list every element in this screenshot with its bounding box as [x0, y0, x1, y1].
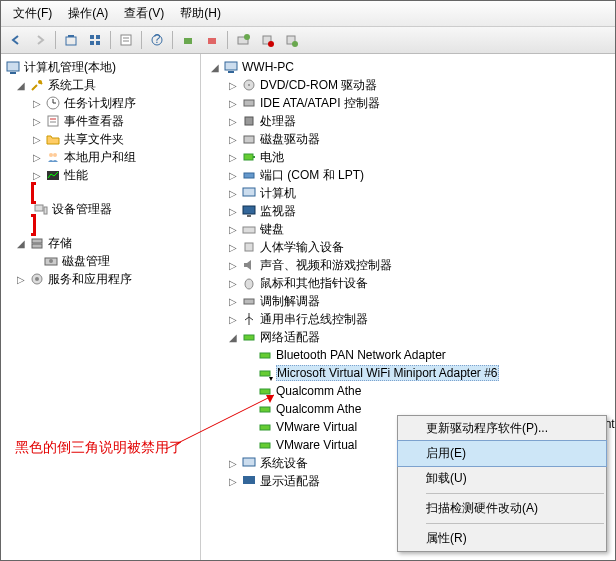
dev-disk[interactable]: ▷磁盘驱动器: [201, 130, 615, 148]
collapse-icon[interactable]: ◢: [15, 79, 27, 91]
ctx-props[interactable]: 属性(R): [398, 526, 606, 551]
tree-shared[interactable]: ▷共享文件夹: [1, 130, 200, 148]
expand-icon[interactable]: ▷: [15, 273, 27, 285]
hid-icon: [241, 239, 257, 255]
expand-icon[interactable]: ▷: [227, 259, 239, 271]
svg-rect-25: [48, 116, 58, 126]
dev-mouse[interactable]: ▷鼠标和其他指针设备: [201, 274, 615, 292]
tb-icon-2[interactable]: [201, 29, 223, 51]
menu-action[interactable]: 操作(A): [60, 3, 116, 24]
dev-keyboard[interactable]: ▷键盘: [201, 220, 615, 238]
expand-icon[interactable]: ▷: [227, 169, 239, 181]
tree-storage[interactable]: ◢存储: [1, 234, 200, 252]
collapse-icon[interactable]: ◢: [209, 61, 221, 73]
tree-devmgr[interactable]: 设备管理器: [31, 200, 194, 218]
expand-icon[interactable]: ▷: [31, 115, 43, 127]
scan-hardware-button[interactable]: [232, 29, 254, 51]
ctx-scan[interactable]: 扫描检测硬件改动(A): [398, 496, 606, 521]
dev-pc[interactable]: ◢WWH-PC: [201, 58, 615, 76]
expand-icon[interactable]: ▷: [31, 151, 43, 163]
expand-icon[interactable]: ▷: [227, 97, 239, 109]
tree-users[interactable]: ▷本地用户和组: [1, 148, 200, 166]
expand-icon[interactable]: ▷: [227, 475, 239, 487]
expand-icon[interactable]: ▷: [227, 187, 239, 199]
dev-ide[interactable]: ▷IDE ATA/ATAPI 控制器: [201, 94, 615, 112]
tb-icon-4[interactable]: [256, 29, 278, 51]
expand-icon[interactable]: ▷: [227, 205, 239, 217]
svg-point-21: [38, 80, 42, 84]
dev-computer[interactable]: ▷计算机: [201, 184, 615, 202]
expand-icon[interactable]: ▷: [227, 151, 239, 163]
svg-rect-57: [260, 353, 270, 358]
svg-rect-11: [184, 38, 192, 44]
menu-view[interactable]: 查看(V): [116, 3, 172, 24]
tree-systools[interactable]: ◢系统工具: [1, 76, 200, 94]
dev-bt[interactable]: Bluetooth PAN Network Adapter: [201, 346, 615, 364]
svg-rect-55: [244, 299, 254, 304]
dev-battery[interactable]: ▷电池: [201, 148, 615, 166]
dev-msvwifi[interactable]: Microsoft Virtual WiFi Miniport Adapter …: [201, 364, 615, 382]
menu-help[interactable]: 帮助(H): [172, 3, 229, 24]
dev-ports[interactable]: ▷端口 (COM 和 LPT): [201, 166, 615, 184]
svg-rect-49: [243, 188, 255, 196]
dev-dvd[interactable]: ▷DVD/CD-ROM 驱动器: [201, 76, 615, 94]
context-menu: 更新驱动程序软件(P)... 启用(E) 卸载(U) 扫描检测硬件改动(A) 属…: [397, 415, 607, 552]
props-button[interactable]: [115, 29, 137, 51]
dev-qca1[interactable]: Qualcomm Athe: [201, 382, 615, 400]
svg-rect-56: [244, 335, 254, 340]
expand-icon[interactable]: ▷: [31, 169, 43, 181]
tree-eventviewer[interactable]: ▷事件查看器: [1, 112, 200, 130]
ctx-uninstall[interactable]: 卸载(U): [398, 466, 606, 491]
services-icon: [29, 271, 45, 287]
svg-rect-0: [66, 37, 76, 45]
back-button[interactable]: [5, 29, 27, 51]
svg-rect-48: [244, 173, 254, 178]
svg-rect-12: [208, 38, 216, 44]
dev-hid[interactable]: ▷人体学输入设备: [201, 238, 615, 256]
expand-icon[interactable]: ▷: [227, 223, 239, 235]
tree-tasksched[interactable]: ▷任务计划程序: [1, 94, 200, 112]
collapse-icon[interactable]: ◢: [15, 237, 27, 249]
adapter-icon: [257, 401, 273, 417]
up-button[interactable]: [60, 29, 82, 51]
view-button[interactable]: [84, 29, 106, 51]
dev-sound[interactable]: ▷声音、视频和游戏控制器: [201, 256, 615, 274]
tree-services[interactable]: ▷服务和应用程序: [1, 270, 200, 288]
dev-usb[interactable]: ▷通用串行总线控制器: [201, 310, 615, 328]
users-icon: [45, 149, 61, 165]
dev-modem[interactable]: ▷调制解调器: [201, 292, 615, 310]
expand-icon[interactable]: ▷: [227, 313, 239, 325]
expand-icon[interactable]: ▷: [227, 241, 239, 253]
expand-icon[interactable]: ▷: [227, 115, 239, 127]
collapse-icon[interactable]: ◢: [227, 331, 239, 343]
svg-point-16: [268, 41, 274, 47]
ctx-update-driver[interactable]: 更新驱动程序软件(P)...: [398, 416, 606, 441]
expand-icon[interactable]: ▷: [31, 133, 43, 145]
expand-icon[interactable]: ▷: [31, 97, 43, 109]
forward-button[interactable]: [29, 29, 51, 51]
menubar: 文件(F) 操作(A) 查看(V) 帮助(H): [1, 1, 615, 27]
expand-icon[interactable]: ▷: [227, 79, 239, 91]
tree-root[interactable]: 计算机管理(本地): [1, 58, 200, 76]
computer-icon: [223, 59, 239, 75]
tb-icon-5[interactable]: [280, 29, 302, 51]
tree-diskmgmt[interactable]: 磁盘管理: [1, 252, 200, 270]
ctx-enable[interactable]: 启用(E): [397, 440, 607, 467]
tools-icon: [29, 77, 45, 93]
annotation-text: 黑色的倒三角说明被禁用了: [15, 439, 183, 457]
svg-rect-64: [243, 458, 255, 466]
monitor-icon: [241, 203, 257, 219]
tb-icon-1[interactable]: [177, 29, 199, 51]
expand-icon[interactable]: ▷: [227, 457, 239, 469]
svg-rect-20: [10, 72, 16, 74]
help-button[interactable]: ?: [146, 29, 168, 51]
expand-icon[interactable]: ▷: [227, 277, 239, 289]
expand-icon[interactable]: ▷: [227, 133, 239, 145]
dev-cpu[interactable]: ▷处理器: [201, 112, 615, 130]
svg-point-38: [35, 277, 39, 281]
dev-netadapter[interactable]: ◢网络适配器: [201, 328, 615, 346]
svg-rect-39: [225, 62, 237, 70]
expand-icon[interactable]: ▷: [227, 295, 239, 307]
menu-file[interactable]: 文件(F): [5, 3, 60, 24]
dev-monitor[interactable]: ▷监视器: [201, 202, 615, 220]
